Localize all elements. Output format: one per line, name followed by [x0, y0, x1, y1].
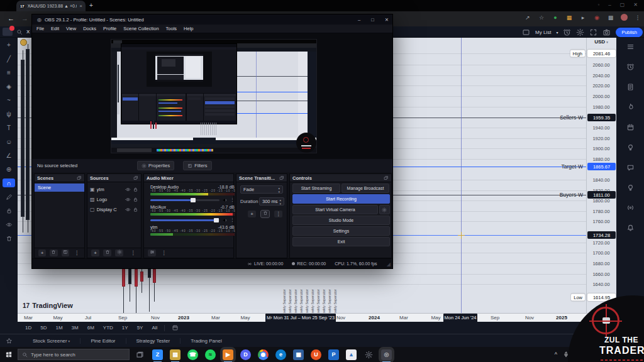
snapshot-icon[interactable] — [602, 28, 611, 36]
lock-icon[interactable] — [133, 207, 138, 212]
filters-button[interactable]: Filters — [183, 161, 211, 170]
obs-maximize[interactable]: □ — [371, 17, 374, 23]
add-transition-button[interactable]: + — [248, 211, 256, 217]
puzzle-icon[interactable]: ▩ — [607, 14, 614, 21]
news-icon[interactable] — [626, 83, 635, 91]
discord[interactable]: D — [240, 349, 251, 360]
media-app[interactable]: ▶ — [223, 349, 233, 360]
chrome[interactable] — [258, 349, 269, 360]
volume-slider[interactable] — [150, 219, 219, 221]
remove-source-button[interactable] — [103, 250, 111, 256]
add-source-button[interactable]: + — [91, 250, 99, 256]
calculator[interactable]: ▦ — [293, 349, 304, 360]
minimize-icon[interactable]: – — [608, 2, 611, 8]
ideas-icon[interactable] — [626, 143, 635, 151]
watchlist-icon[interactable] — [626, 43, 635, 51]
meet-extension-icon[interactable]: ● — [552, 14, 559, 21]
notifications-icon[interactable] — [626, 224, 635, 232]
transition-menu-icon[interactable]: ⋮ — [274, 211, 282, 217]
obs-studio[interactable]: ◎ — [381, 349, 392, 360]
advanced-audio-button[interactable] — [148, 250, 156, 256]
trendline-tool[interactable]: ╱ — [3, 54, 15, 63]
add-scene-button[interactable]: + — [38, 250, 46, 256]
source-display[interactable]: ▢Display C — [87, 205, 141, 214]
preview-canvas[interactable] — [111, 40, 316, 153]
scene-item[interactable]: Scene — [35, 184, 84, 192]
manage-broadcast-button[interactable]: Manage Broadcast — [341, 184, 389, 193]
profile-icon[interactable]: ◦ — [597, 2, 599, 8]
streams-icon[interactable] — [626, 184, 635, 192]
volume-slider[interactable] — [150, 199, 219, 201]
virtual-camera-settings-button[interactable] — [379, 205, 390, 214]
tab-trading-panel[interactable]: Trading Panel — [180, 338, 232, 344]
delete-tool[interactable] — [3, 234, 15, 243]
scenes-menu-icon[interactable]: ⋮ — [73, 250, 80, 256]
source-properties-button[interactable] — [115, 250, 123, 256]
chart-settings-icon[interactable] — [576, 28, 584, 36]
symbol-search-text[interactable]: X — [26, 29, 30, 35]
lock-icon[interactable] — [133, 187, 138, 192]
start-virtual-camera-button[interactable]: Start Virtual Camera — [292, 205, 378, 214]
my-list-button[interactable]: My List — [535, 30, 551, 35]
price-scale[interactable]: USD ▾ 2060.002040.002020.002000.001980.0… — [586, 38, 616, 313]
source-image[interactable]: ▨Logo — [87, 195, 141, 204]
lock-icon[interactable] — [133, 197, 138, 202]
share-icon[interactable]: ↗ — [524, 14, 531, 21]
resize-grip[interactable]: ◢ — [387, 261, 391, 267]
settings-button[interactable]: Settings — [292, 226, 390, 236]
bookmark-icon[interactable]: ☆ — [538, 14, 545, 21]
tab-pine-editor[interactable]: Pine Editor — [80, 338, 125, 344]
lock-tool[interactable] — [3, 206, 15, 215]
currency-selector[interactable]: USD ▾ — [587, 39, 616, 45]
crosshair-tool[interactable]: + — [3, 40, 15, 49]
extension-icon[interactable]: ▦ — [565, 14, 573, 21]
start-button[interactable] — [0, 351, 18, 358]
app-zoom[interactable]: Z — [152, 349, 163, 360]
start-recording-button[interactable]: Start Recording — [292, 194, 390, 204]
speaker-icon[interactable] — [222, 197, 228, 203]
star-icon[interactable] — [6, 337, 13, 344]
calendar-icon[interactable] — [626, 123, 635, 131]
magnet-tool[interactable]: ∩ — [3, 178, 15, 187]
close-icon[interactable]: ✕ — [633, 2, 638, 8]
taskbar-search[interactable]: Type here to search — [18, 349, 130, 360]
source-window[interactable]: ▣ytm — [87, 185, 141, 194]
browser-menu-icon[interactable]: ⋮ — [634, 14, 641, 21]
broadcast-icon[interactable] — [626, 204, 635, 212]
start-streaming-button[interactable]: Start Streaming — [292, 184, 340, 193]
text-tool[interactable]: T — [3, 123, 15, 132]
app-p[interactable]: P — [328, 349, 339, 360]
go-to-date-icon[interactable] — [172, 324, 179, 331]
obs-preview[interactable] — [32, 33, 392, 159]
alert-extension-icon[interactable]: ◉ — [593, 14, 601, 21]
fib-tool[interactable]: ≡ — [3, 68, 15, 77]
tab-strategy-tester[interactable]: Strategy Tester — [126, 338, 180, 344]
app-a[interactable]: ▲ — [346, 349, 357, 360]
channel-menu-icon[interactable]: ⋮ — [230, 197, 235, 202]
edge[interactable]: e — [275, 349, 286, 360]
back-icon[interactable]: ← — [8, 14, 14, 22]
layout-icon[interactable] — [522, 28, 530, 36]
publish-button[interactable]: Publish — [616, 28, 643, 37]
symbol-search-icon[interactable] — [16, 29, 23, 35]
settings-gear[interactable] — [364, 349, 374, 360]
vertical-line[interactable] — [461, 38, 462, 313]
alert-icon[interactable] — [563, 28, 571, 36]
chevron-down-icon[interactable]: ▾ — [556, 30, 558, 35]
measure-tool[interactable]: ∠ — [3, 151, 15, 160]
whatsapp[interactable]: ☎ — [187, 349, 198, 360]
pattern-tool[interactable]: ◈ — [3, 82, 15, 90]
draw-tool[interactable] — [3, 192, 15, 201]
time-axis[interactable]: MarMayJulSepNov2023MarMayM‹ Mon 31 Jul –… — [18, 313, 616, 322]
tab-stock-screener[interactable]: Stock Screener — [23, 338, 80, 344]
forward-icon[interactable]: → — [21, 14, 28, 22]
elliott-tool[interactable]: ~ — [3, 96, 15, 104]
eye-icon[interactable] — [125, 207, 131, 212]
remove-scene-button[interactable] — [50, 250, 57, 256]
zoom-tool[interactable]: ⊕ — [3, 165, 15, 173]
avatar[interactable] — [621, 14, 628, 21]
tv-menu-icon[interactable] — [3, 28, 13, 36]
obs-close[interactable]: ✕ — [385, 17, 389, 23]
emoji-tool[interactable]: ☺ — [3, 137, 15, 146]
tab-close-icon[interactable]: × — [79, 3, 82, 9]
